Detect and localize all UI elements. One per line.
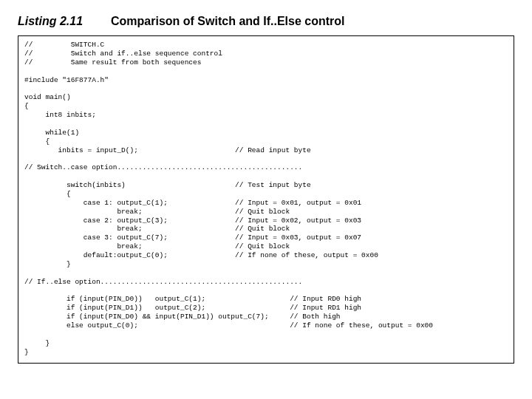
- code-listing-frame: // SWITCH.C // Switch and if..else seque…: [18, 35, 514, 364]
- listing-title: Comparison of Switch and If..Else contro…: [111, 15, 344, 28]
- code-listing: // SWITCH.C // Switch and if..else seque…: [24, 41, 433, 356]
- listing-number: Listing 2.11: [18, 15, 83, 28]
- listing-header: Listing 2.11 Comparison of Switch and If…: [18, 15, 514, 28]
